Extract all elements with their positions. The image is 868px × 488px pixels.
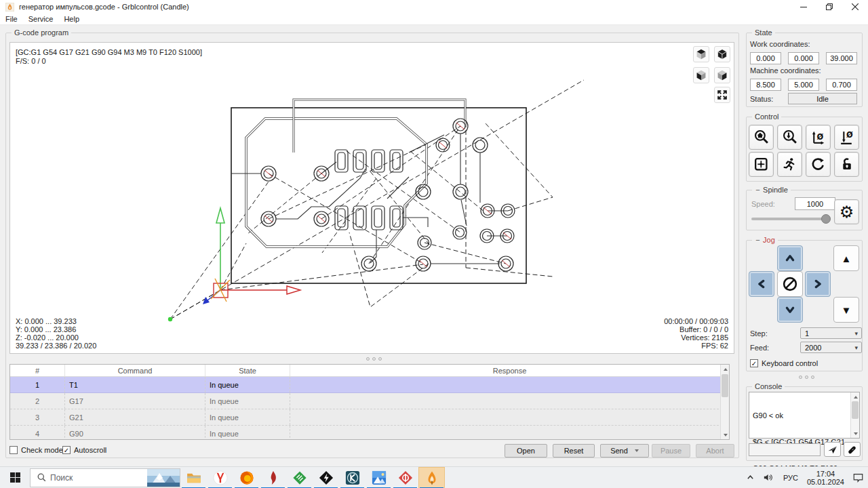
console-input[interactable] [749,443,821,456]
table-row[interactable]: 1 T1 In queue [10,377,729,393]
z-probe-button[interactable] [777,125,802,150]
taskbar-app-red-diamond[interactable] [392,467,418,488]
table-scrollbar[interactable] [720,365,729,439]
jog-z-minus-button[interactable]: ▼ [833,297,859,323]
console-output[interactable]: G90 < ok $G < [GC:G1 G54 G17 G21 G90 G94… [749,392,860,439]
toolpath-visualizer[interactable]: [GC:G1 G54 G17 G21 G90 G94 M3 M9 T0 F120… [9,42,734,354]
tray-action-center[interactable] [848,467,868,488]
taskbar-search[interactable]: Поиск [30,468,180,487]
jog-y-minus-button[interactable] [777,297,803,323]
col-number[interactable]: # [10,365,65,376]
table-row[interactable]: 3 G21 In queue [10,409,729,426]
taskbar-app-flame[interactable] [260,467,286,488]
reset-controller-button[interactable] [806,152,831,177]
safe-position-button[interactable] [777,152,802,177]
taskbar-app-firefox[interactable] [233,467,260,488]
machine-x-field: 8.500 [750,79,781,91]
autoscroll-checkbox[interactable]: ✓ Autoscroll [62,446,106,454]
jog-x-plus-button[interactable] [805,271,831,297]
red-diamond-icon [398,470,413,485]
col-state[interactable]: State [205,365,290,376]
home-search-button[interactable] [749,125,774,150]
console-line: G90 < ok [753,411,848,420]
speed-slider-handle[interactable] [821,214,831,224]
restore-origin-button[interactable] [749,152,774,177]
collapse-icon[interactable]: − [755,186,761,194]
tray-language[interactable]: РУС [778,467,803,488]
taskbar-app-black-diamond[interactable] [313,467,339,488]
menubar: File Service Help [0,14,868,25]
send-button[interactable]: Send [600,444,649,458]
chevron-down-icon [783,302,797,317]
col-command[interactable]: Command [65,365,205,376]
step-combobox[interactable]: 1▾ [800,327,862,339]
running-man-icon [781,156,798,173]
spindle-title[interactable]: − Spindle [752,186,791,194]
view-front-button[interactable] [693,67,709,83]
zero-xy-button[interactable]: Ø [806,125,831,150]
search-highlight-image[interactable] [147,469,180,487]
command-table[interactable]: # Command State Response 1 T1 In queue 2… [9,364,730,440]
menu-help[interactable]: Help [58,14,85,25]
minimize-button[interactable] [791,0,816,14]
collapse-icon[interactable]: − [755,236,761,244]
tray-chevron-up[interactable] [742,467,759,488]
close-button[interactable] [842,0,868,14]
speed-field[interactable]: 1000 [795,197,835,210]
autoscroll-label: Autoscroll [74,446,106,454]
taskbar-app-explorer[interactable] [180,467,207,488]
send-menu-arrow-icon[interactable] [635,449,639,452]
zero-z-button[interactable]: Ø [834,125,859,150]
menu-file[interactable]: File [0,14,23,25]
unlock-button[interactable] [834,152,859,177]
taskbar-app-kompas[interactable] [286,467,313,488]
console-send-button[interactable] [824,442,841,457]
tray-clock[interactable]: 17:04 05.01.2024 [803,470,848,486]
chevron-right-icon [810,277,825,291]
scroll-down-icon [854,432,858,435]
jog-z-plus-button[interactable]: ▲ [833,245,859,271]
view-top-button[interactable] [693,46,709,62]
table-row[interactable]: 2 G17 In queue [10,393,729,409]
view-side-button[interactable] [714,67,730,83]
open-button[interactable]: Open [505,444,547,458]
console-scrollbar[interactable] [850,392,859,438]
jog-y-plus-button[interactable] [777,245,803,271]
horizontal-splitter[interactable] [366,357,382,361]
tray-volume[interactable] [759,467,778,488]
table-row[interactable]: 4 G90 In queue [10,426,729,440]
triangle-up-icon: ▲ [842,253,852,264]
keyboard-control-checkbox[interactable]: ✓ Keyboard control [750,359,818,367]
gcode-state-line: [GC:G1 G54 G17 G21 G90 G94 M3 M9 T0 F120… [16,48,202,57]
gcode-program-title: G-code program [12,28,71,37]
start-button[interactable] [0,467,30,488]
view-fit-button[interactable] [714,87,730,103]
toolpath-canvas[interactable] [10,43,734,353]
reset-button[interactable]: Reset [553,444,595,458]
spindle-toggle-button[interactable]: ⚙ [834,199,859,224]
jog-title[interactable]: − Jog [752,236,778,244]
cube-side-icon [715,68,730,83]
taskbar-app-candle-active[interactable] [418,467,445,488]
view-isometric-button[interactable] [714,46,730,62]
console-splitter[interactable] [799,375,814,379]
chevron-up-icon [747,474,754,481]
speed-slider[interactable] [751,218,830,220]
feed-combobox[interactable]: 2000▾ [800,342,862,353]
jog-x-minus-button[interactable] [749,271,774,297]
speaker-icon [764,473,774,482]
language-indicator: РУС [783,474,798,482]
menu-service[interactable]: Service [23,14,59,25]
check-mode-checkbox[interactable]: Check mode [9,446,63,454]
paper-plane-icon [827,444,838,455]
col-response[interactable]: Response [290,365,729,376]
restore-button[interactable] [816,0,842,14]
search-icon [37,473,46,482]
console-clear-button[interactable] [844,442,861,457]
jog-stop-button[interactable] [777,271,803,297]
table-header: # Command State Response [10,365,729,377]
taskbar-app-k-teal[interactable] [339,467,366,488]
taskbar-app-yandex[interactable] [207,467,233,488]
notification-icon [853,473,863,483]
taskbar-app-photos[interactable] [366,467,392,488]
